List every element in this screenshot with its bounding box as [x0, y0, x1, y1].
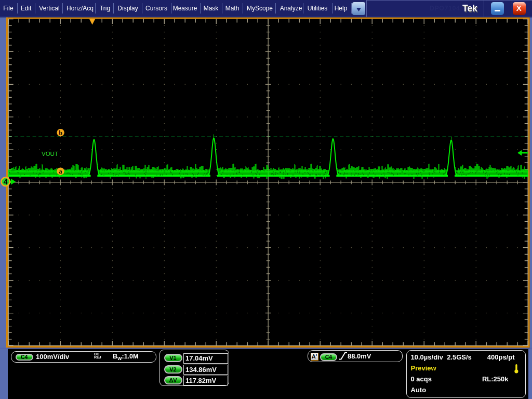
- svg-text:VOUT: VOUT: [42, 151, 58, 157]
- svg-text:b: b: [59, 129, 62, 137]
- svg-text:4: 4: [4, 178, 8, 186]
- svg-text:a: a: [59, 168, 62, 175]
